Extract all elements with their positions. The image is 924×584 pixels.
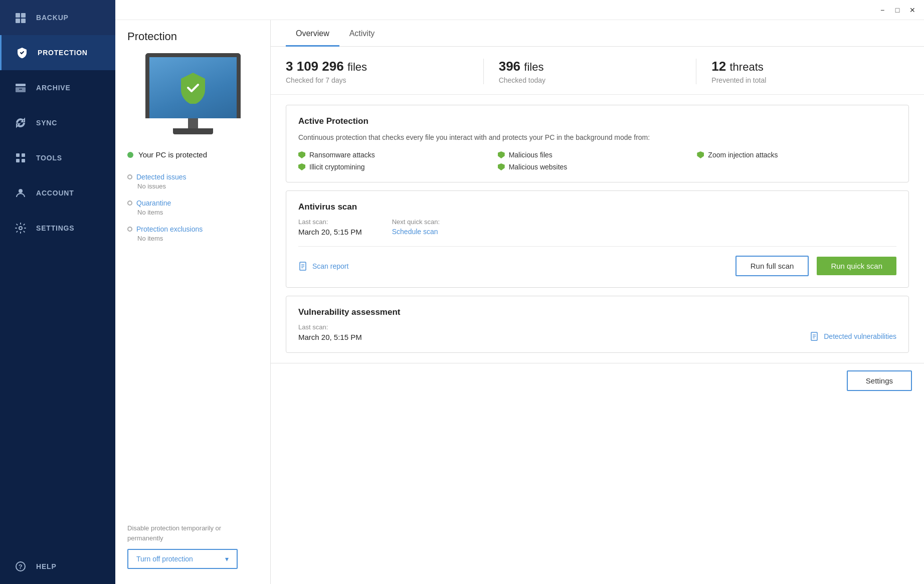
vulnerability-title: Vulnerability assessment xyxy=(298,307,896,317)
sidebar-item-protection[interactable]: PROTECTION xyxy=(0,35,115,70)
cards-area: Active Protection Continuous protection … xyxy=(271,95,924,363)
svg-rect-5 xyxy=(16,87,26,92)
close-button[interactable]: ✕ xyxy=(908,6,917,15)
feature-ransomware: Ransomware attacks xyxy=(298,151,498,159)
quarantine-link[interactable]: Quarantine xyxy=(127,199,258,207)
sidebar-item-archive[interactable]: ARCHIVE xyxy=(0,70,115,105)
feature-malicious-files: Malicious files xyxy=(498,151,697,159)
svg-rect-1 xyxy=(21,13,26,18)
protection-exclusions-link-item: Protection exclusions No items xyxy=(127,225,258,242)
ransomware-icon xyxy=(298,151,305,158)
feature-malicious-websites: Malicious websites xyxy=(498,163,697,171)
cryptomining-icon xyxy=(298,163,305,170)
minimize-button[interactable]: − xyxy=(878,6,887,15)
main-area: − □ ✕ Protection xyxy=(115,0,924,584)
stat-threats-number: 12 threats xyxy=(711,59,894,74)
next-scan-label: Next quick scan: xyxy=(392,218,440,226)
vuln-scan-info: Last scan: March 20, 5:15 PM xyxy=(298,323,362,341)
sidebar-item-tools[interactable]: TOOLS xyxy=(0,140,115,175)
backup-icon xyxy=(14,11,27,24)
svg-rect-7 xyxy=(16,153,20,157)
detected-vulnerabilities-link[interactable]: Detected vulnerabilities xyxy=(810,331,896,341)
schedule-scan-link[interactable]: Schedule scan xyxy=(392,228,440,236)
vulnerability-row: Last scan: March 20, 5:15 PM Detected vu… xyxy=(298,323,896,341)
disable-text: Disable protection temporarily or perman… xyxy=(127,523,258,543)
left-panel: Protection Your PC is protec xyxy=(115,20,271,584)
protection-features: Ransomware attacks Malicious files Zoom … xyxy=(298,151,896,171)
feature-zoom-injection: Zoom injection attacks xyxy=(697,151,896,159)
svg-rect-10 xyxy=(22,159,25,162)
vuln-last-scan-label: Last scan: xyxy=(298,323,362,331)
svg-rect-8 xyxy=(22,153,25,157)
monitor-base xyxy=(173,128,213,134)
title-bar: − □ ✕ xyxy=(115,0,924,20)
tools-icon xyxy=(14,151,27,164)
zoom-injection-icon xyxy=(697,151,704,158)
settings-button[interactable]: Settings xyxy=(847,370,912,391)
sidebar-item-account[interactable]: ACCOUNT xyxy=(0,175,115,211)
scan-info-row: Last scan: March 20, 5:15 PM Next quick … xyxy=(298,218,896,236)
tab-activity[interactable]: Activity xyxy=(339,20,385,47)
protection-exclusions-dot xyxy=(127,227,132,232)
detected-issues-link[interactable]: Detected issues xyxy=(127,173,258,181)
turn-off-chevron: ▾ xyxy=(225,555,229,563)
account-icon xyxy=(14,186,27,200)
settings-icon xyxy=(14,222,27,235)
sidebar-item-backup-label: BACKUP xyxy=(36,14,69,22)
archive-icon xyxy=(14,81,27,94)
sidebar-item-archive-label: ARCHIVE xyxy=(36,84,71,92)
maximize-button[interactable]: □ xyxy=(893,6,902,15)
svg-rect-3 xyxy=(21,19,26,23)
monitor-graphic xyxy=(143,53,243,134)
active-protection-card: Active Protection Continuous protection … xyxy=(286,105,909,182)
protection-exclusions-link[interactable]: Protection exclusions xyxy=(127,225,258,233)
sidebar-item-sync-label: SYNC xyxy=(36,119,57,127)
last-scan-block: Last scan: March 20, 5:15 PM xyxy=(298,218,362,236)
sidebar-item-help[interactable]: ? HELP xyxy=(0,549,115,584)
svg-rect-4 xyxy=(16,84,26,86)
sidebar-item-sync[interactable]: SYNC xyxy=(0,105,115,140)
stat-files-today-number: 396 files xyxy=(499,59,681,74)
scan-report-label: Scan report xyxy=(312,262,348,270)
tab-overview[interactable]: Overview xyxy=(286,20,339,47)
detected-vulnerabilities-label: Detected vulnerabilities xyxy=(824,332,896,340)
shield-graphic xyxy=(179,72,207,104)
sidebar-item-help-label: HELP xyxy=(36,562,57,570)
turn-off-label: Turn off protection xyxy=(136,555,193,563)
active-protection-title: Active Protection xyxy=(298,116,896,126)
turn-off-protection-button[interactable]: Turn off protection ▾ xyxy=(127,549,238,569)
status-text: Your PC is protected xyxy=(138,150,207,159)
protection-exclusions-sub: No items xyxy=(137,235,258,242)
quarantine-link-item: Quarantine No items xyxy=(127,199,258,216)
last-scan-label: Last scan: xyxy=(298,218,362,226)
stat-threats: 12 threats Prevented in total xyxy=(696,59,909,84)
malicious-files-icon xyxy=(498,151,505,158)
stat-files-7days-label: Checked for 7 days xyxy=(286,76,468,84)
sidebar-item-settings[interactable]: SETTINGS xyxy=(0,211,115,246)
active-protection-description: Continuous protection that checks every … xyxy=(298,132,896,143)
sync-icon xyxy=(14,116,27,129)
run-quick-scan-button[interactable]: Run quick scan xyxy=(817,257,896,275)
svg-point-11 xyxy=(19,189,23,193)
antivirus-scan-card: Antivirus scan Last scan: March 20, 5:15… xyxy=(286,190,909,288)
scan-actions: Scan report Run full scan Run quick scan xyxy=(298,246,896,276)
sidebar-item-tools-label: TOOLS xyxy=(36,154,62,162)
tabs-bar: Overview Activity xyxy=(271,20,924,47)
stat-files-today: 396 files Checked today xyxy=(483,59,696,84)
last-scan-value: March 20, 5:15 PM xyxy=(298,228,362,236)
stat-files-7days-number: 3 109 296 files xyxy=(286,59,468,74)
stats-row: 3 109 296 files Checked for 7 days 396 f… xyxy=(271,47,924,95)
antivirus-scan-title: Antivirus scan xyxy=(298,202,896,212)
next-scan-block: Next quick scan: Schedule scan xyxy=(392,218,440,236)
help-icon: ? xyxy=(14,560,27,573)
sidebar-item-protection-label: PROTECTION xyxy=(38,49,88,57)
right-panel: Overview Activity 3 109 296 files Checke… xyxy=(271,20,924,584)
sidebar-item-backup[interactable]: BACKUP xyxy=(0,0,115,35)
scan-report-link[interactable]: Scan report xyxy=(298,261,727,271)
sidebar-links: Detected issues No issues Quarantine No … xyxy=(127,173,258,251)
sidebar-item-account-label: ACCOUNT xyxy=(36,189,74,197)
disable-section: Disable protection temporarily or perman… xyxy=(127,523,258,569)
run-full-scan-button[interactable]: Run full scan xyxy=(735,256,809,276)
svg-rect-2 xyxy=(16,19,20,23)
svg-point-12 xyxy=(19,227,22,230)
